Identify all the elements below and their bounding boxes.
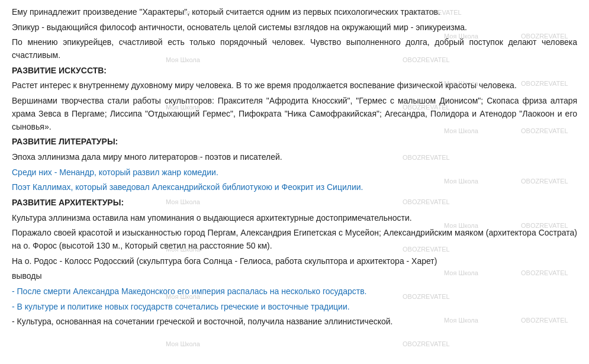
bullet-2: - В культуре и политике новых государств… [12,301,577,314]
paragraph-2: Эпикур - выдающийся философ античности, … [12,21,577,34]
text-p7: Среди них - Менандр, который развил жанр… [12,167,218,177]
heading-text-3: РАЗВИТИЕ АРХИТЕКТУРЫ: [12,198,124,207]
text-p10: Поражало своей красотой и изысканностью … [12,228,577,250]
text-p6: Эпоха эллинизма дала миру много литерато… [12,152,282,162]
paragraph-5: Вершинами творчества стали работы скульп… [12,95,577,133]
bullet-text-1: - После смерти Александра Македонского е… [12,286,367,296]
text-p9: Культура эллинизма оставила нам упоминан… [12,213,412,223]
page-container: Моя ШколаOBOZREVATELМоя ШколаOBOZREVATEL… [0,0,589,364]
paragraph-3: По мнению эпикурейцев, счастливой есть т… [12,36,577,62]
paragraph-1: Ему принадлежит произведение "Характеры"… [12,6,577,19]
bullet-1: - После смерти Александра Македонского е… [12,285,577,298]
text-p8: Поэт Каллимах, который заведовал Алексан… [12,182,363,192]
text-p11: На о. Родос - Колосс Родосский (скульпту… [12,256,437,266]
heading-text-1: РАЗВИТИЕ ИСКУССТВ: [12,66,107,75]
paragraph-10: Поражало своей красотой и изысканностью … [12,227,577,252]
heading-1: РАЗВИТИЕ ИСКУССТВ: [12,65,577,78]
text-p4: Растет интерес к внутреннему духовному м… [12,80,517,90]
subheading-4: выводы [12,270,577,283]
paragraph-9: Культура эллинизма оставила нам упоминан… [12,212,577,225]
text-p1: Ему принадлежит произведение "Характеры"… [12,7,440,17]
heading-text-2: РАЗВИТИЕ ЛИТЕРАТУРЫ: [12,137,118,146]
text-p3: По мнению эпикурейцев, счастливой есть т… [12,37,577,60]
watermark-28: Моя Школа [166,340,200,347]
heading-2: РАЗВИТИЕ ЛИТЕРАТУРЫ: [12,136,577,149]
watermark-29: OBOZREVATEL [403,340,450,347]
paragraph-7: Среди них - Менандр, который развил жанр… [12,166,577,179]
subheading-text-4: выводы [12,271,42,281]
bullet-text-3: - Культура, основанная на сочетании греч… [12,317,392,326]
bullet-text-2: - В культуре и политике новых государств… [12,302,350,311]
bullet-3: - Культура, основанная на сочетании греч… [12,315,577,328]
paragraph-11: На о. Родос - Колосс Родосский (скульпту… [12,255,577,268]
heading-3: РАЗВИТИЕ АРХИТЕКТУРЫ: [12,197,577,210]
content-area: Ему принадлежит произведение "Характеры"… [12,6,577,328]
paragraph-6: Эпоха эллинизма дала миру много литерато… [12,151,577,164]
text-p2: Эпикур - выдающийся философ античности, … [12,22,467,32]
paragraph-4: Растет интерес к внутреннему духовному м… [12,79,577,92]
paragraph-8: Поэт Каллимах, который заведовал Алексан… [12,181,577,194]
text-p5: Вершинами творчества стали работы скульп… [12,96,577,131]
